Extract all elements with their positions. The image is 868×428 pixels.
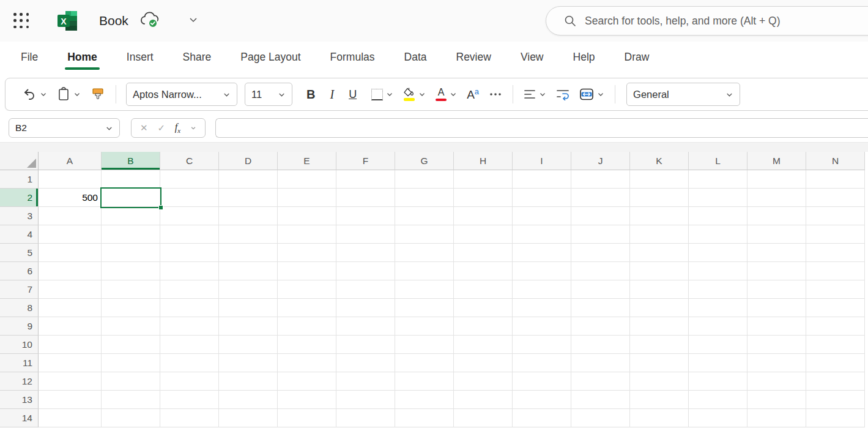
cell-B11[interactable] xyxy=(102,354,160,372)
column-header-D[interactable]: D xyxy=(219,152,278,170)
cell-G9[interactable] xyxy=(395,317,454,336)
cell-N6[interactable] xyxy=(806,262,865,280)
cell-E6[interactable] xyxy=(278,262,336,280)
cell-F13[interactable] xyxy=(336,391,395,409)
cell-C14[interactable] xyxy=(160,409,219,427)
cell-C4[interactable] xyxy=(160,225,219,244)
cell-M1[interactable] xyxy=(747,170,806,189)
row-header-8[interactable]: 8 xyxy=(0,299,39,317)
cell-D1[interactable] xyxy=(219,170,278,189)
cell-E11[interactable] xyxy=(278,354,336,372)
cell-K13[interactable] xyxy=(630,391,689,409)
cell-N4[interactable] xyxy=(806,225,865,244)
formula-input[interactable] xyxy=(215,118,868,138)
cell-K3[interactable] xyxy=(630,207,689,225)
excel-logo-icon[interactable]: X xyxy=(56,10,78,32)
column-header-M[interactable]: M xyxy=(747,152,806,170)
cell-I11[interactable] xyxy=(513,354,571,372)
cell-J14[interactable] xyxy=(571,409,630,427)
cell-I8[interactable] xyxy=(513,299,571,317)
cell-C8[interactable] xyxy=(160,299,219,317)
cell-E8[interactable] xyxy=(278,299,336,317)
cell-I9[interactable] xyxy=(513,317,571,336)
cell-B3[interactable] xyxy=(102,207,160,225)
more-font-options-button[interactable] xyxy=(484,88,506,100)
cell-C5[interactable] xyxy=(160,244,219,262)
cell-D5[interactable] xyxy=(219,244,278,262)
cell-M5[interactable] xyxy=(747,244,806,262)
cell-F1[interactable] xyxy=(336,170,395,189)
cell-A12[interactable] xyxy=(39,372,102,391)
cell-F12[interactable] xyxy=(336,372,395,391)
cell-A10[interactable] xyxy=(39,336,102,354)
cell-F2[interactable] xyxy=(336,189,395,207)
cell-B5[interactable] xyxy=(102,244,160,262)
cell-G5[interactable] xyxy=(395,244,454,262)
cell-K12[interactable] xyxy=(630,372,689,391)
cell-E4[interactable] xyxy=(278,225,336,244)
cell-H12[interactable] xyxy=(454,372,513,391)
cell-J3[interactable] xyxy=(571,207,630,225)
menu-item-home[interactable]: Home xyxy=(66,48,98,69)
cell-I1[interactable] xyxy=(513,170,571,189)
cell-J11[interactable] xyxy=(571,354,630,372)
cell-F11[interactable] xyxy=(336,354,395,372)
font-color-button[interactable]: A xyxy=(431,84,461,105)
cell-G1[interactable] xyxy=(395,170,454,189)
cell-L7[interactable] xyxy=(689,280,747,299)
insert-function-button[interactable]: fx xyxy=(175,122,180,134)
cell-M7[interactable] xyxy=(747,280,806,299)
cell-H3[interactable] xyxy=(454,207,513,225)
wrap-text-button[interactable] xyxy=(552,84,574,104)
underline-button[interactable]: U xyxy=(344,84,361,105)
column-header-C[interactable]: C xyxy=(160,152,219,170)
cell-E12[interactable] xyxy=(278,372,336,391)
cell-A3[interactable] xyxy=(39,207,102,225)
cell-J4[interactable] xyxy=(571,225,630,244)
cell-F14[interactable] xyxy=(336,409,395,427)
row-header-1[interactable]: 1 xyxy=(0,170,39,189)
select-all-corner[interactable] xyxy=(0,152,39,170)
cell-G10[interactable] xyxy=(395,336,454,354)
cell-D3[interactable] xyxy=(219,207,278,225)
cell-L10[interactable] xyxy=(689,336,747,354)
cell-M11[interactable] xyxy=(747,354,806,372)
cell-J9[interactable] xyxy=(571,317,630,336)
cell-C3[interactable] xyxy=(160,207,219,225)
fill-handle[interactable] xyxy=(158,205,163,210)
cell-B9[interactable] xyxy=(102,317,160,336)
cell-N1[interactable] xyxy=(806,170,865,189)
name-box[interactable]: B2 xyxy=(9,118,120,138)
menu-item-draw[interactable]: Draw xyxy=(623,48,651,69)
cell-L4[interactable] xyxy=(689,225,747,244)
menu-item-insert[interactable]: Insert xyxy=(125,48,155,69)
cell-H6[interactable] xyxy=(454,262,513,280)
column-header-H[interactable]: H xyxy=(454,152,513,170)
column-header-G[interactable]: G xyxy=(395,152,454,170)
column-header-K[interactable]: K xyxy=(630,152,689,170)
cell-A5[interactable] xyxy=(39,244,102,262)
cell-K1[interactable] xyxy=(630,170,689,189)
cell-D9[interactable] xyxy=(219,317,278,336)
cell-M14[interactable] xyxy=(747,409,806,427)
cell-B1[interactable] xyxy=(102,170,160,189)
cell-J13[interactable] xyxy=(571,391,630,409)
cell-N3[interactable] xyxy=(806,207,865,225)
cell-L3[interactable] xyxy=(689,207,747,225)
row-header-11[interactable]: 11 xyxy=(0,354,39,372)
cell-C9[interactable] xyxy=(160,317,219,336)
cell-F5[interactable] xyxy=(336,244,395,262)
menu-item-view[interactable]: View xyxy=(519,48,545,69)
row-header-9[interactable]: 9 xyxy=(0,317,39,336)
cell-G8[interactable] xyxy=(395,299,454,317)
cell-I14[interactable] xyxy=(513,409,571,427)
cell-M3[interactable] xyxy=(747,207,806,225)
cell-H1[interactable] xyxy=(454,170,513,189)
cell-C7[interactable] xyxy=(160,280,219,299)
cell-C11[interactable] xyxy=(160,354,219,372)
cell-L5[interactable] xyxy=(689,244,747,262)
column-header-F[interactable]: F xyxy=(336,152,395,170)
cell-J1[interactable] xyxy=(571,170,630,189)
cell-H9[interactable] xyxy=(454,317,513,336)
cell-D6[interactable] xyxy=(219,262,278,280)
